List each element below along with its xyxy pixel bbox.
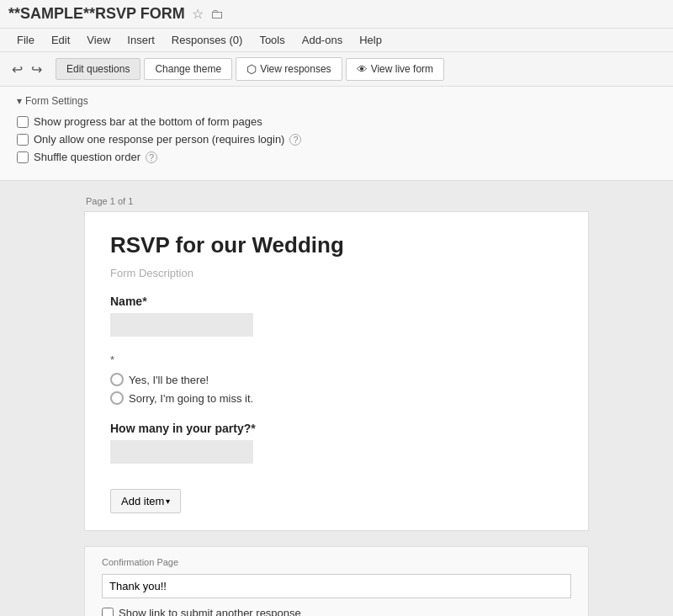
add-item-arrow-icon: ▾ bbox=[166, 497, 170, 506]
settings-checkbox-0[interactable] bbox=[17, 116, 29, 128]
menu-edit[interactable]: Edit bbox=[43, 30, 78, 50]
add-item-label: Add item bbox=[121, 495, 164, 507]
settings-row-0: Show progress bar at the bottom of form … bbox=[17, 115, 656, 128]
page-label: Page 1 of 1 bbox=[84, 196, 589, 206]
settings-option-1: Only allow one response per person (requ… bbox=[34, 133, 284, 146]
required-star-0: * bbox=[142, 295, 146, 308]
view-live-form-label: View live form bbox=[371, 63, 433, 75]
add-item-button[interactable]: Add item ▾ bbox=[110, 489, 181, 513]
confirmation-section: Confirmation Page Show link to submit an… bbox=[84, 546, 589, 616]
menu-tools[interactable]: Tools bbox=[251, 30, 293, 50]
radio-circle-yes bbox=[110, 373, 124, 386]
menu-bar: File Edit View Insert Responses (0) Tool… bbox=[0, 29, 673, 52]
view-responses-button[interactable]: ⬡ View responses bbox=[236, 57, 342, 81]
required-star-2: * bbox=[251, 422, 255, 435]
menu-file[interactable]: File bbox=[8, 30, 43, 50]
menu-responses[interactable]: Responses (0) bbox=[163, 30, 252, 50]
settings-option-0: Show progress bar at the bottom of form … bbox=[34, 115, 262, 128]
radio-label-yes: Yes, I'll be there! bbox=[129, 374, 209, 386]
confirmation-checkbox-0[interactable] bbox=[102, 608, 114, 617]
radio-option-yes: Yes, I'll be there! bbox=[110, 373, 563, 386]
eye-icon: 👁 bbox=[357, 63, 368, 76]
question-block-party: How many in your party?* bbox=[110, 422, 563, 464]
star-icon[interactable]: ☆ bbox=[192, 6, 204, 22]
menu-addons[interactable]: Add-ons bbox=[294, 30, 351, 50]
view-responses-label: View responses bbox=[260, 63, 331, 75]
confirmation-input[interactable] bbox=[102, 574, 571, 598]
settings-row-1: Only allow one response per person (requ… bbox=[17, 133, 656, 146]
name-input[interactable] bbox=[110, 313, 253, 337]
main-content: ▾ Form Settings Show progress bar at the… bbox=[0, 87, 673, 616]
menu-view[interactable]: View bbox=[78, 30, 119, 50]
title-bar: **SAMPLE**RSVP FORM ☆ 🗀 bbox=[0, 0, 673, 29]
unnamed-q-label: * bbox=[110, 353, 563, 366]
question-label-party: How many in your party?* bbox=[110, 422, 563, 435]
form-settings-panel: ▾ Form Settings Show progress bar at the… bbox=[0, 87, 673, 181]
view-responses-icon: ⬡ bbox=[246, 62, 257, 76]
change-theme-button[interactable]: Change theme bbox=[144, 58, 232, 80]
help-icon-2[interactable]: ? bbox=[146, 151, 157, 163]
radio-label-no: Sorry, I'm going to miss it. bbox=[129, 392, 253, 405]
menu-help[interactable]: Help bbox=[351, 30, 390, 50]
help-icon-1[interactable]: ? bbox=[289, 134, 301, 146]
form-settings-header[interactable]: ▾ Form Settings bbox=[17, 95, 656, 107]
question-label-name: Name* bbox=[110, 295, 563, 308]
form-title: RSVP for our Wedding bbox=[110, 232, 563, 258]
edit-questions-button[interactable]: Edit questions bbox=[56, 58, 140, 80]
question-block-attendance: * Yes, I'll be there! Sorry, I'm going t… bbox=[110, 353, 563, 405]
party-input[interactable] bbox=[110, 440, 253, 464]
view-live-form-button[interactable]: 👁 View live form bbox=[346, 58, 444, 81]
undo-redo-group: ↩ ↪ bbox=[8, 60, 45, 79]
doc-title: **SAMPLE**RSVP FORM bbox=[8, 5, 185, 23]
confirmation-panel: Confirmation Page Show link to submit an… bbox=[84, 546, 589, 616]
settings-checkbox-1[interactable] bbox=[17, 134, 29, 146]
settings-option-2: Shuffle question order bbox=[34, 151, 140, 163]
undo-button[interactable]: ↩ bbox=[8, 60, 26, 79]
form-settings-label: Form Settings bbox=[25, 95, 88, 107]
page-container: Page 1 of 1 RSVP for our Wedding Form De… bbox=[84, 196, 589, 531]
folder-icon[interactable]: 🗀 bbox=[210, 7, 224, 22]
menu-insert[interactable]: Insert bbox=[119, 30, 163, 50]
settings-row-2: Shuffle question order ? bbox=[17, 151, 656, 163]
radio-circle-no bbox=[110, 391, 124, 405]
toolbar: ↩ ↪ Edit questions Change theme ⬡ View r… bbox=[0, 52, 673, 87]
form-card: RSVP for our Wedding Form Description Na… bbox=[84, 211, 589, 531]
form-description: Form Description bbox=[110, 267, 563, 279]
question-block-name: Name* bbox=[110, 295, 563, 337]
redo-button[interactable]: ↪ bbox=[28, 60, 45, 79]
settings-checkbox-2[interactable] bbox=[17, 151, 29, 163]
radio-option-no: Sorry, I'm going to miss it. bbox=[110, 391, 563, 405]
confirmation-label: Confirmation Page bbox=[102, 557, 571, 567]
confirmation-option-0: Show link to submit another response bbox=[119, 607, 301, 616]
confirmation-row-0: Show link to submit another response bbox=[102, 607, 571, 616]
chevron-down-icon: ▾ bbox=[17, 95, 22, 107]
